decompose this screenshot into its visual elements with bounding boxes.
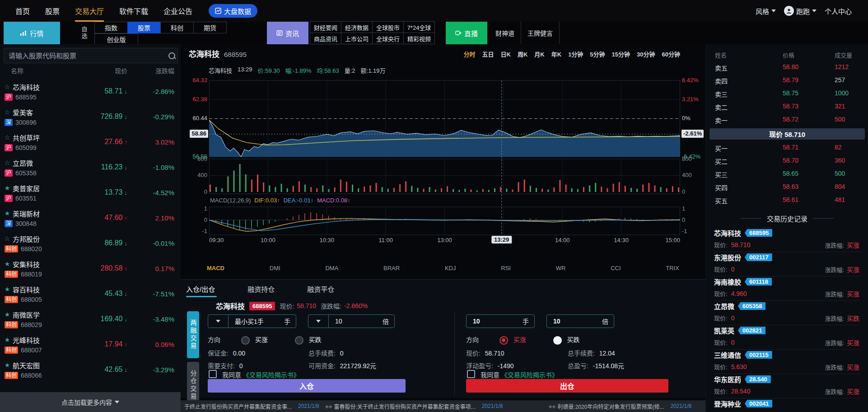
search-input[interactable] <box>4 52 166 60</box>
favorite-star-icon[interactable]: ★ <box>4 286 11 293</box>
favorite-star-icon[interactable]: ☆ <box>4 83 11 90</box>
favorite-star-icon[interactable]: ★ <box>4 184 11 192</box>
indicator-tab-MACD[interactable]: MACD <box>207 265 224 276</box>
watchlist-row[interactable]: ★光峰科技科创68800717.94↑0.06% <box>0 332 181 357</box>
history-entry[interactable]: 三维通信002115现价:5.630涨跌幅:买涨 <box>714 349 860 374</box>
risk-doc-link[interactable]: 《交易风险揭示书》 <box>243 371 300 379</box>
buy-qty-select[interactable]: 最小买1手 手 <box>208 314 296 328</box>
favorite-star-icon[interactable]: ★ <box>4 210 11 217</box>
watchlist-row[interactable]: ★安集科技科创688019280.58↑0.17% <box>0 256 181 281</box>
buy-up-radio[interactable] <box>241 336 250 345</box>
sell-qty-input[interactable]: 10 手 <box>466 314 535 328</box>
menu-item[interactable]: 财经要闻 <box>310 21 341 33</box>
period-tab[interactable]: 30分钟 <box>637 50 655 58</box>
history-entry[interactable]: 立昂微605358现价:0涨跌幅:买跌 <box>714 300 860 325</box>
indicator-tab-DMI[interactable]: DMI <box>270 265 280 276</box>
favorite-star-icon[interactable]: ☆ <box>4 235 11 242</box>
indicator-tab-CCI[interactable]: CCI <box>611 265 621 276</box>
favorite-star-icon[interactable]: ★ <box>4 260 11 267</box>
period-tab[interactable]: 1分钟 <box>568 50 583 58</box>
order-book-row[interactable]: 买五58.61481 <box>706 196 868 206</box>
order-book-row[interactable]: 卖三58.751000 <box>706 89 868 99</box>
order-book-row[interactable]: 卖五58.801212 <box>706 63 868 73</box>
order-book-row[interactable]: 卖一58.72500 <box>706 116 868 126</box>
favorite-star-icon[interactable]: ☆ <box>4 134 11 141</box>
order-book-row[interactable]: 买四58.63804 <box>706 183 868 193</box>
watchlist-row[interactable]: ★容百科技科创68800545.43↓-7.51% <box>0 281 181 306</box>
period-tab[interactable]: 15分钟 <box>612 50 630 58</box>
trade-tab-融资平仓[interactable]: 融资平仓 <box>307 284 334 297</box>
indicator-tab-RSI[interactable]: RSI <box>501 265 511 276</box>
history-entry[interactable]: 华东医药28.540现价:28.540涨跌幅:买涨 <box>714 374 860 398</box>
indicator-tab-TRIX[interactable]: TRIX <box>666 265 679 276</box>
close-position-button[interactable]: 出仓 <box>466 379 668 393</box>
search-icon[interactable] <box>166 52 177 59</box>
watchlist-row[interactable]: ☆芯海科技沪68859558.71↓-2.86% <box>0 79 181 104</box>
order-book-row[interactable]: 买二58.70360 <box>706 157 868 167</box>
favorite-star-icon[interactable]: ★ <box>4 336 11 343</box>
menu-item[interactable]: 商品资讯 <box>310 33 341 44</box>
trade-tab-入仓/出仓[interactable]: 入仓/出仓 <box>186 284 215 297</box>
period-tab[interactable]: 月K <box>534 50 544 58</box>
buy-down-radio[interactable] <box>295 336 303 345</box>
watchlist-row[interactable]: ☆立昂微沪605358116.23↓-1.08% <box>0 154 181 180</box>
qty-dropdown-button[interactable] <box>208 315 229 328</box>
period-tab[interactable]: 日K <box>501 50 511 58</box>
watchlist-row[interactable]: ★南微医学科创688029169.40↓-3.48% <box>0 306 181 332</box>
history-entry[interactable]: 芯海科技688595现价:58.710涨跌幅:买涨 <box>714 227 860 252</box>
tab-指数[interactable]: 指数 <box>94 22 128 33</box>
watchlist-row[interactable]: ☆共创草坪沪60509927.66↑3.02% <box>0 129 181 154</box>
leverage-dropdown-button[interactable] <box>308 315 329 328</box>
menu-item[interactable]: 全球股市 <box>372 21 404 33</box>
history-entry[interactable]: 登海种业002041 <box>714 398 860 412</box>
order-book-row[interactable]: 卖二58.73321 <box>706 103 868 112</box>
margin-trade-tab[interactable]: 两融交易 <box>187 311 199 358</box>
history-entry[interactable]: 东港股份002117现价:0涨跌幅:买涨 <box>714 252 860 276</box>
menu-item[interactable]: 7*24全球 <box>403 21 435 33</box>
watchlist-row[interactable]: ☆方邦股份科创68802086.89↓-0.01% <box>0 230 181 256</box>
menu-item[interactable]: 经济数据 <box>341 21 373 33</box>
topnav-item[interactable]: 企业公告 <box>163 0 192 22</box>
topnav-item[interactable]: 首页 <box>15 0 30 22</box>
favorite-star-icon[interactable]: ☆ <box>4 108 11 116</box>
tab-期货[interactable]: 期货 <box>193 22 227 33</box>
live-button[interactable]: 直播 <box>446 22 487 44</box>
ticker-item[interactable]: ◆◆富春股份:关于终止发行股份购买资产并募集配套资金事项...2021/1/8 <box>325 400 503 412</box>
order-book-row[interactable]: 买三58.65500 <box>706 170 868 180</box>
trade-tab-融资持仓[interactable]: 融资持仓 <box>247 284 275 297</box>
indicator-tab-WR[interactable]: WR <box>556 265 566 276</box>
watchlist-row[interactable]: ★奥普家居沪60355113.73↓-4.52% <box>0 180 181 205</box>
ticker-item[interactable]: 于终止发行股份购买资产并募集配套资金事...2021/1/8 <box>184 400 319 412</box>
watchlist-row[interactable]: ★航天宏图科创68806642.65↓-3.29% <box>0 357 181 382</box>
buy-leverage-select[interactable]: 10 倍 <box>308 314 395 328</box>
period-tab[interactable]: 五日 <box>482 50 494 58</box>
history-entry[interactable]: 凯莱英002821现价:0涨跌幅:买涨 <box>714 325 860 350</box>
menu-item[interactable]: 上市公司 <box>341 33 373 44</box>
period-tab[interactable]: 年K <box>551 50 561 58</box>
intraday-chart[interactable]: MACD(12,26,9)DIF:0.03↑DEA:-0.01↑MACD:0.0… <box>209 77 680 246</box>
sell-agree-checkbox[interactable] <box>467 370 475 378</box>
sell-up-radio[interactable] <box>499 336 508 345</box>
period-tab[interactable]: 周K <box>518 50 527 58</box>
indicator-tab-BRAR[interactable]: BRAR <box>383 265 400 276</box>
favorite-star-icon[interactable]: ★ <box>4 361 11 369</box>
user-menu[interactable]: 跑跑 <box>784 6 817 16</box>
watchlist-row[interactable]: ★美瑞新材深30084847.60↑2.10% <box>0 205 181 230</box>
personal-center-link[interactable]: 个人中心 <box>825 6 852 16</box>
menu-item[interactable]: 全球央行 <box>372 33 404 44</box>
order-book-row[interactable]: 买一58.7182 <box>706 144 868 154</box>
news-button[interactable]: 资讯 <box>267 22 308 44</box>
topnav-item[interactable]: 软件下载 <box>119 0 148 22</box>
caishendao-tab[interactable]: 财神道 <box>489 22 521 44</box>
favorite-star-icon[interactable]: ★ <box>4 311 11 318</box>
menu-item[interactable]: 精彩视频 <box>403 33 435 44</box>
period-tab[interactable]: 5分钟 <box>590 50 605 58</box>
open-position-button[interactable]: 入仓 <box>208 379 406 393</box>
tab-股票[interactable]: 股票 <box>127 22 161 33</box>
topnav-item[interactable]: 股票 <box>45 0 60 22</box>
ticker-item[interactable]: ◆◆利德曼:2020年向特定对象发行股票预案(修...2021/1/8 <box>549 400 691 412</box>
history-entry[interactable]: 海南橡胶601118现价:4.960涨跌幅:买涨 <box>714 276 860 301</box>
wangpai-tab[interactable]: 王牌健言 <box>521 22 560 44</box>
watchlist-row[interactable]: ☆爱美客深300896726.89↓-0.29% <box>0 104 181 129</box>
tab-科创[interactable]: 科创 <box>160 22 194 33</box>
